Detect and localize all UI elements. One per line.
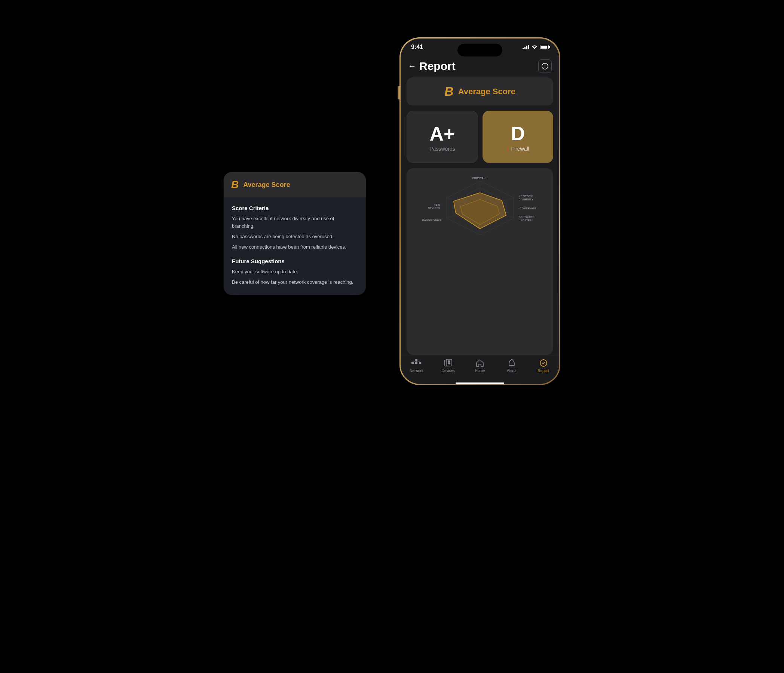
svg-text:SOFTWARE: SOFTWARE (519, 216, 535, 218)
svg-text:DIVERSITY: DIVERSITY (519, 198, 534, 201)
nav-network-label: Network (409, 368, 423, 373)
svg-rect-19 (415, 359, 417, 361)
info-button[interactable]: i (538, 59, 552, 73)
score-criteria-title: Score Criteria (232, 205, 358, 211)
suggestion-item-1: Keep your software up to date. (232, 268, 358, 275)
criteria-item-1: You have excellent network diversity and… (232, 215, 358, 230)
banner-score-letter: B (444, 84, 454, 99)
svg-text:UPDATES: UPDATES (519, 219, 532, 222)
svg-text:FIREWALL: FIREWALL (473, 176, 487, 180)
page-title: Report (419, 60, 456, 73)
radar-chart: FIREWALL NETWORK DIVERSITY COVERAGE SOFT… (412, 174, 547, 241)
svg-rect-28 (448, 361, 450, 364)
network-icon (411, 359, 421, 367)
firewall-grade: D (511, 124, 525, 143)
future-suggestions-section: Future Suggestions Keep your software up… (232, 258, 358, 286)
svg-text:NEW: NEW (434, 204, 440, 206)
devices-icon (444, 359, 452, 367)
home-indicator (456, 382, 504, 384)
criteria-item-3: All new connections have been from relia… (232, 243, 358, 251)
avg-score-banner: B Average Score (407, 78, 553, 106)
nav-report-label: Report (538, 368, 549, 373)
svg-text:PASSWORDS: PASSWORDS (422, 219, 441, 222)
wifi-icon (532, 45, 538, 50)
nav-devices[interactable]: Devices (432, 359, 464, 373)
nav-alerts-label: Alerts (507, 368, 516, 373)
dynamic-island (457, 44, 502, 56)
header-left: ← Report (408, 60, 456, 73)
report-icon (539, 359, 548, 367)
svg-text:NETWORK: NETWORK (519, 195, 533, 197)
nav-home[interactable]: Home (464, 359, 496, 373)
passwords-label: Passwords (429, 146, 455, 152)
grade-card-passwords[interactable]: A+ Passwords (407, 111, 478, 163)
bottom-nav: Network Devices Home (401, 355, 559, 380)
popup-body: Score Criteria You have excellent networ… (224, 197, 366, 295)
back-button[interactable]: ← (408, 61, 416, 71)
popup-card: B Average Score Score Criteria You have … (224, 172, 366, 295)
app-header: ← Report i (401, 53, 559, 78)
popup-score-letter: B (231, 179, 239, 191)
phone-screen: 9:41 (401, 39, 559, 384)
passwords-grade: A+ (430, 124, 455, 144)
svg-text:i: i (544, 64, 545, 68)
trend-down-icon: ↓ (506, 145, 509, 152)
nav-devices-label: Devices (441, 368, 455, 373)
svg-text:DEVICES: DEVICES (428, 207, 440, 209)
status-time: 9:41 (411, 44, 423, 50)
nav-alerts[interactable]: Alerts (496, 359, 527, 373)
alerts-icon (508, 359, 515, 367)
popup-header: B Average Score (224, 172, 366, 197)
status-right (523, 45, 549, 50)
grade-cards-row: A+ Passwords D ↓ Firewall (407, 111, 553, 163)
banner-score-label: Average Score (458, 87, 515, 96)
nav-network[interactable]: Network (401, 359, 432, 373)
phone-content: ← Report i B Average Score (401, 53, 559, 355)
phone-frame: 9:41 (400, 37, 560, 385)
radar-chart-container: FIREWALL NETWORK DIVERSITY COVERAGE SOFT… (407, 168, 553, 355)
criteria-item-2: No passwords are being detected as overu… (232, 233, 358, 240)
firewall-label: ↓ Firewall (506, 145, 529, 152)
suggestion-item-2: Be careful of how far your network cover… (232, 278, 358, 286)
home-icon (476, 359, 484, 367)
popup-avg-label: Average Score (243, 181, 290, 189)
nav-report[interactable]: Report (527, 359, 559, 373)
nav-home-label: Home (475, 368, 485, 373)
signal-bars-icon (523, 45, 529, 49)
battery-icon (540, 45, 549, 49)
grade-card-firewall[interactable]: D ↓ Firewall (482, 111, 553, 163)
svg-text:COVERAGE: COVERAGE (520, 207, 537, 210)
future-suggestions-title: Future Suggestions (232, 258, 358, 264)
